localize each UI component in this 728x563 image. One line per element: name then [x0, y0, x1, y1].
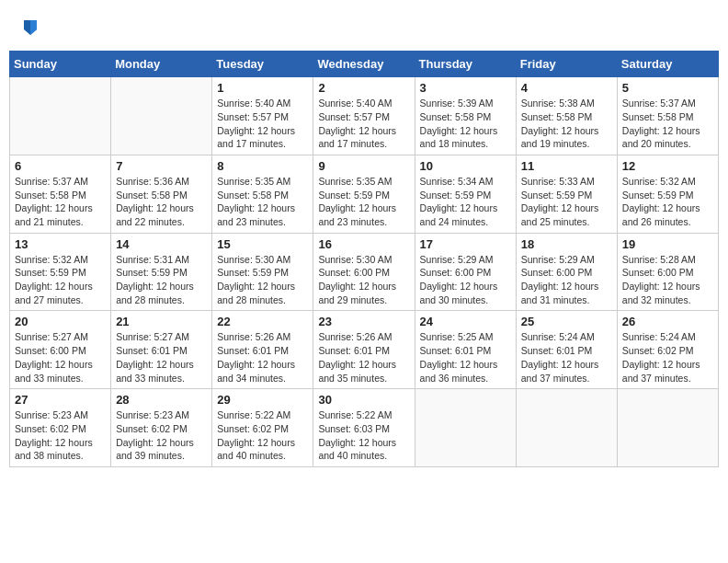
day-number: 24 — [420, 315, 511, 328]
calendar-cell: 11Sunrise: 5:33 AMSunset: 5:59 PMDayligh… — [516, 155, 617, 233]
day-info: Sunrise: 5:24 AMSunset: 6:01 PMDaylight:… — [521, 330, 612, 385]
day-info: Sunrise: 5:26 AMSunset: 6:01 PMDaylight:… — [217, 330, 308, 385]
calendar-cell: 19Sunrise: 5:28 AMSunset: 6:00 PMDayligh… — [617, 233, 718, 311]
calendar-cell: 7Sunrise: 5:36 AMSunset: 5:58 PMDaylight… — [111, 155, 212, 233]
day-info: Sunrise: 5:38 AMSunset: 5:58 PMDaylight:… — [521, 97, 612, 151]
calendar-cell: 26Sunrise: 5:24 AMSunset: 6:02 PMDayligh… — [617, 311, 718, 389]
logo — [18, 17, 40, 41]
day-number: 9 — [318, 159, 409, 173]
calendar-cell: 23Sunrise: 5:26 AMSunset: 6:01 PMDayligh… — [313, 311, 415, 389]
calendar-cell: 17Sunrise: 5:29 AMSunset: 6:00 PMDayligh… — [415, 233, 516, 311]
calendar-cell: 22Sunrise: 5:26 AMSunset: 6:01 PMDayligh… — [212, 311, 313, 389]
column-header-monday: Monday — [111, 52, 212, 77]
day-number: 1 — [217, 81, 308, 95]
day-number: 20 — [15, 315, 106, 328]
calendar-cell: 21Sunrise: 5:27 AMSunset: 6:01 PMDayligh… — [111, 311, 212, 389]
calendar-cell: 4Sunrise: 5:38 AMSunset: 5:58 PMDaylight… — [516, 77, 617, 155]
calendar-week-row: 27Sunrise: 5:23 AMSunset: 6:02 PMDayligh… — [10, 389, 719, 467]
calendar-week-row: 1Sunrise: 5:40 AMSunset: 5:57 PMDaylight… — [10, 77, 719, 155]
day-number: 14 — [116, 237, 207, 251]
calendar-cell: 1Sunrise: 5:40 AMSunset: 5:57 PMDaylight… — [212, 77, 313, 155]
calendar-header-row: SundayMondayTuesdayWednesdayThursdayFrid… — [10, 52, 719, 77]
day-info: Sunrise: 5:40 AMSunset: 5:57 PMDaylight:… — [217, 97, 308, 151]
column-header-sunday: Sunday — [10, 52, 111, 77]
calendar-cell: 2Sunrise: 5:40 AMSunset: 5:57 PMDaylight… — [313, 77, 415, 155]
svg-marker-1 — [30, 20, 37, 35]
calendar-week-row: 20Sunrise: 5:27 AMSunset: 6:00 PMDayligh… — [10, 311, 719, 389]
day-info: Sunrise: 5:25 AMSunset: 6:01 PMDaylight:… — [420, 330, 511, 385]
day-info: Sunrise: 5:33 AMSunset: 5:59 PMDaylight:… — [521, 175, 612, 229]
day-info: Sunrise: 5:40 AMSunset: 5:57 PMDaylight:… — [318, 97, 409, 151]
day-number: 25 — [521, 315, 612, 328]
calendar-cell: 16Sunrise: 5:30 AMSunset: 6:00 PMDayligh… — [313, 233, 415, 311]
calendar-cell: 27Sunrise: 5:23 AMSunset: 6:02 PMDayligh… — [10, 389, 111, 467]
calendar-week-row: 13Sunrise: 5:32 AMSunset: 5:59 PMDayligh… — [10, 233, 719, 311]
calendar-cell: 14Sunrise: 5:31 AMSunset: 5:59 PMDayligh… — [111, 233, 212, 311]
calendar-cell: 20Sunrise: 5:27 AMSunset: 6:00 PMDayligh… — [10, 311, 111, 389]
day-number: 23 — [318, 315, 409, 328]
calendar-cell: 24Sunrise: 5:25 AMSunset: 6:01 PMDayligh… — [415, 311, 516, 389]
day-number: 17 — [420, 237, 511, 251]
calendar-cell: 18Sunrise: 5:29 AMSunset: 6:00 PMDayligh… — [516, 233, 617, 311]
day-number: 5 — [622, 81, 713, 95]
day-number: 21 — [116, 315, 207, 328]
logo-icon — [20, 17, 40, 37]
day-info: Sunrise: 5:27 AMSunset: 6:01 PMDaylight:… — [116, 330, 207, 385]
column-header-wednesday: Wednesday — [313, 52, 415, 77]
column-header-tuesday: Tuesday — [212, 52, 313, 77]
day-info: Sunrise: 5:30 AMSunset: 6:00 PMDaylight:… — [318, 253, 409, 307]
day-info: Sunrise: 5:35 AMSunset: 5:58 PMDaylight:… — [217, 175, 308, 229]
calendar-cell: 30Sunrise: 5:22 AMSunset: 6:03 PMDayligh… — [313, 389, 415, 467]
day-info: Sunrise: 5:36 AMSunset: 5:58 PMDaylight:… — [116, 175, 207, 229]
day-number: 6 — [15, 159, 106, 173]
calendar-cell: 25Sunrise: 5:24 AMSunset: 6:01 PMDayligh… — [516, 311, 617, 389]
calendar-cell: 28Sunrise: 5:23 AMSunset: 6:02 PMDayligh… — [111, 389, 212, 467]
day-number: 8 — [217, 159, 308, 173]
calendar-cell: 13Sunrise: 5:32 AMSunset: 5:59 PMDayligh… — [10, 233, 111, 311]
calendar-cell: 29Sunrise: 5:22 AMSunset: 6:02 PMDayligh… — [212, 389, 313, 467]
day-info: Sunrise: 5:28 AMSunset: 6:00 PMDaylight:… — [622, 253, 713, 307]
day-number: 28 — [116, 393, 207, 407]
day-info: Sunrise: 5:37 AMSunset: 5:58 PMDaylight:… — [15, 175, 106, 229]
calendar-cell: 12Sunrise: 5:32 AMSunset: 5:59 PMDayligh… — [617, 155, 718, 233]
day-number: 7 — [116, 159, 207, 173]
calendar-cell: 6Sunrise: 5:37 AMSunset: 5:58 PMDaylight… — [10, 155, 111, 233]
day-info: Sunrise: 5:23 AMSunset: 6:02 PMDaylight:… — [116, 408, 207, 463]
calendar-cell — [10, 77, 111, 155]
day-info: Sunrise: 5:30 AMSunset: 5:59 PMDaylight:… — [217, 253, 308, 307]
day-info: Sunrise: 5:39 AMSunset: 5:58 PMDaylight:… — [420, 97, 511, 151]
day-number: 29 — [217, 393, 308, 407]
day-info: Sunrise: 5:31 AMSunset: 5:59 PMDaylight:… — [116, 253, 207, 307]
calendar-cell: 5Sunrise: 5:37 AMSunset: 5:58 PMDaylight… — [617, 77, 718, 155]
calendar-week-row: 6Sunrise: 5:37 AMSunset: 5:58 PMDaylight… — [10, 155, 719, 233]
day-number: 19 — [622, 237, 713, 251]
day-number: 13 — [15, 237, 106, 251]
day-number: 30 — [318, 393, 409, 407]
column-header-saturday: Saturday — [617, 52, 718, 77]
calendar-cell: 15Sunrise: 5:30 AMSunset: 5:59 PMDayligh… — [212, 233, 313, 311]
day-number: 12 — [622, 159, 713, 173]
day-number: 11 — [521, 159, 612, 173]
calendar-table: SundayMondayTuesdayWednesdayThursdayFrid… — [9, 51, 719, 467]
day-info: Sunrise: 5:24 AMSunset: 6:02 PMDaylight:… — [622, 330, 713, 385]
day-info: Sunrise: 5:27 AMSunset: 6:00 PMDaylight:… — [15, 330, 106, 385]
calendar-cell: 9Sunrise: 5:35 AMSunset: 5:59 PMDaylight… — [313, 155, 415, 233]
day-number: 16 — [318, 237, 409, 251]
day-info: Sunrise: 5:34 AMSunset: 5:59 PMDaylight:… — [420, 175, 511, 229]
day-info: Sunrise: 5:37 AMSunset: 5:58 PMDaylight:… — [622, 97, 713, 151]
calendar-cell — [617, 389, 718, 467]
page-header — [9, 9, 719, 47]
day-number: 27 — [15, 393, 106, 407]
calendar-cell — [516, 389, 617, 467]
day-info: Sunrise: 5:22 AMSunset: 6:02 PMDaylight:… — [217, 408, 308, 463]
day-number: 4 — [521, 81, 612, 95]
day-number: 10 — [420, 159, 511, 173]
day-info: Sunrise: 5:29 AMSunset: 6:00 PMDaylight:… — [420, 253, 511, 307]
column-header-friday: Friday — [516, 52, 617, 77]
day-number: 18 — [521, 237, 612, 251]
column-header-thursday: Thursday — [415, 52, 516, 77]
day-number: 3 — [420, 81, 511, 95]
calendar-cell: 3Sunrise: 5:39 AMSunset: 5:58 PMDaylight… — [415, 77, 516, 155]
calendar-cell: 10Sunrise: 5:34 AMSunset: 5:59 PMDayligh… — [415, 155, 516, 233]
day-number: 26 — [622, 315, 713, 328]
